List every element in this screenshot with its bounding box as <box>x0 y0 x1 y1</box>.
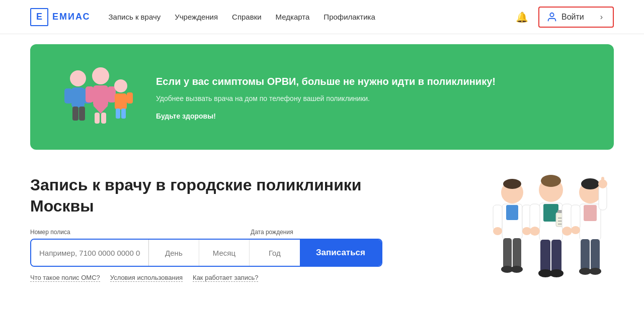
howto-link[interactable]: Как работает запись? <box>193 274 258 282</box>
nav-item-medcard[interactable]: Медкарта <box>276 13 310 21</box>
banner-subtitle: Удобнее вызвать врача на дом по телефону… <box>156 93 594 104</box>
svg-rect-10 <box>108 86 116 102</box>
svg-rect-28 <box>513 238 521 268</box>
login-button[interactable]: Войти › <box>538 7 614 28</box>
svg-rect-57 <box>581 239 590 270</box>
month-input[interactable] <box>199 240 250 266</box>
svg-point-7 <box>92 67 109 84</box>
svg-rect-58 <box>591 239 600 270</box>
svg-rect-40 <box>530 204 540 230</box>
svg-marker-11 <box>93 106 108 114</box>
svg-rect-45 <box>551 240 561 272</box>
svg-rect-22 <box>506 205 518 220</box>
conditions-link[interactable]: Условия использования <box>110 274 183 282</box>
logo-text: ЕМИАС <box>52 12 91 22</box>
svg-point-1 <box>70 70 86 86</box>
svg-point-49 <box>581 178 599 189</box>
polisa-label: Номер полиса <box>30 229 251 236</box>
svg-rect-17 <box>116 109 120 119</box>
nav-item-doctor[interactable]: Запись к врачу <box>109 13 161 21</box>
svg-rect-51 <box>584 205 597 221</box>
page-title: Запись к врачу в городские поликлиники М… <box>30 175 382 217</box>
banner-text: Если у вас симптомы ОРВИ, больше не нужн… <box>156 74 594 120</box>
main-nav: Запись к врачу Учреждения Справки Медкар… <box>109 13 375 21</box>
svg-rect-27 <box>503 238 512 268</box>
logo[interactable]: Е ЕМИАС <box>30 8 91 26</box>
svg-rect-6 <box>79 107 85 121</box>
header-left: Е ЕМИАС Запись к врачу Учреждения Справк… <box>30 8 375 26</box>
appointment-form: Записаться <box>30 239 382 267</box>
login-arrow-icon: › <box>600 13 603 22</box>
svg-rect-52 <box>599 185 607 210</box>
svg-point-25 <box>493 227 502 235</box>
dob-label: Дата рождения <box>251 229 293 236</box>
svg-rect-55 <box>571 205 580 229</box>
header-right: 🔔 Войти › <box>516 7 614 28</box>
svg-point-56 <box>571 226 580 234</box>
form-section: Запись к врачу в городские поликлиники М… <box>30 175 382 282</box>
nav-item-prevention[interactable]: Профилактика <box>324 13 375 21</box>
notification-bell-icon[interactable]: 🔔 <box>516 11 528 23</box>
svg-point-47 <box>549 269 564 277</box>
login-button-inner: Войти <box>546 12 584 23</box>
svg-rect-23 <box>493 205 502 230</box>
svg-rect-5 <box>72 107 78 121</box>
svg-point-14 <box>114 79 127 92</box>
polisa-input[interactable] <box>31 240 148 266</box>
form-links: Что такое полис ОМС? Условия использован… <box>30 274 382 282</box>
svg-rect-44 <box>540 240 550 272</box>
banner-footer: Будьте здоровы! <box>156 112 594 120</box>
svg-rect-3 <box>64 88 72 103</box>
doctors-illustration <box>483 165 614 307</box>
banner-title: Если у вас симптомы ОРВИ, больше не нужн… <box>156 74 594 88</box>
form-labels: Номер полиса Дата рождения <box>30 229 382 236</box>
main-section: Запись к врачу в городские поликлиники М… <box>0 160 644 302</box>
oms-link[interactable]: Что такое полис ОМС? <box>30 274 100 282</box>
svg-rect-13 <box>101 113 106 124</box>
logo-icon: Е <box>30 8 48 26</box>
svg-rect-18 <box>121 109 126 119</box>
svg-rect-12 <box>95 113 100 124</box>
user-icon <box>546 12 557 23</box>
svg-rect-15 <box>115 93 127 110</box>
login-label: Войти <box>561 13 584 22</box>
banner-illustration <box>50 58 141 136</box>
svg-point-20 <box>503 179 521 189</box>
family-illustration <box>50 58 141 134</box>
svg-point-60 <box>589 268 601 275</box>
svg-rect-9 <box>86 86 94 102</box>
day-input[interactable] <box>149 240 199 266</box>
svg-rect-2 <box>71 87 85 108</box>
svg-rect-16 <box>127 92 133 103</box>
year-input[interactable] <box>250 240 300 266</box>
orvi-banner: Если у вас симптомы ОРВИ, больше не нужн… <box>30 44 614 150</box>
svg-rect-41 <box>562 204 572 230</box>
header: Е ЕМИАС Запись к врачу Учреждения Справк… <box>0 0 644 34</box>
nav-item-institutions[interactable]: Учреждения <box>175 13 218 21</box>
svg-point-32 <box>541 175 561 187</box>
svg-rect-54 <box>601 177 604 185</box>
svg-point-30 <box>511 266 523 273</box>
svg-point-0 <box>550 13 553 16</box>
svg-rect-8 <box>93 85 108 107</box>
svg-point-42 <box>530 227 540 236</box>
svg-point-43 <box>562 227 572 236</box>
zapisatsya-button[interactable]: Записаться <box>300 240 381 266</box>
nav-item-references[interactable]: Справки <box>232 13 262 21</box>
